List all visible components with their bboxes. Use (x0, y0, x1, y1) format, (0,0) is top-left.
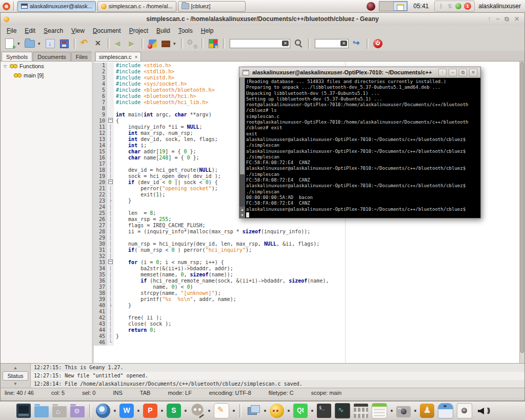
tab-simplescan[interactable]: simplescan.c × (95, 52, 141, 61)
menu-file[interactable]: File (3, 26, 21, 35)
minimize-icon[interactable]: − (496, 16, 499, 22)
browser-tray-icon[interactable] (367, 2, 375, 11)
menu-build[interactable]: Build (152, 26, 174, 35)
bluetooth-icon[interactable]: ᛒ (438, 3, 444, 9)
terminal-line: ./simplescan (246, 172, 479, 177)
distro-menu-icon[interactable] (3, 3, 10, 10)
code-text: int i; (114, 143, 147, 149)
search-input[interactable] (230, 39, 290, 48)
fold-toggle-icon[interactable] (108, 259, 113, 264)
geany-launcher-icon[interactable] (270, 404, 284, 418)
webcam-app-icon[interactable] (457, 403, 472, 418)
menu-view[interactable]: View (67, 26, 89, 35)
chromium-icon[interactable] (96, 404, 110, 418)
new-file-button[interactable] (5, 38, 14, 49)
volume-icon[interactable] (476, 404, 490, 418)
menu-document[interactable]: Document (89, 26, 125, 35)
tree-functions[interactable]: ▽ Functions (1, 62, 92, 71)
window-switcher-icon[interactable] (246, 404, 260, 418)
status-green-icon[interactable] (455, 3, 461, 9)
code-text: flags = IREQ_CACHE_FLUSH; (114, 223, 206, 229)
fold-margin (107, 106, 114, 112)
compile-button[interactable] (149, 39, 157, 48)
menu-tools[interactable]: Tools (174, 26, 197, 35)
build-button[interactable] (161, 41, 170, 47)
sidebar-tab-symbols[interactable]: Symbols (2, 52, 32, 61)
close-document-button[interactable] (93, 38, 104, 49)
gimp-icon[interactable] (190, 404, 205, 418)
fold-toggle-icon[interactable] (108, 179, 113, 184)
wps-writer-icon[interactable] (119, 404, 134, 418)
shade-icon[interactable]: ↑ (488, 16, 491, 22)
calculator-icon[interactable] (354, 404, 368, 418)
workspace-1[interactable] (379, 2, 393, 11)
save-all-button[interactable] (60, 39, 69, 48)
home-folder-icon[interactable] (52, 406, 67, 417)
scroll-up-icon[interactable]: ▲ (239, 207, 245, 212)
terminal-scrollbar[interactable]: ▲ ▼ (239, 78, 245, 218)
expander-icon[interactable]: ▽ (4, 64, 8, 69)
menu-project[interactable]: Project (125, 26, 152, 35)
navigate-forward-button[interactable] (127, 38, 138, 49)
open-file-button[interactable] (25, 40, 35, 48)
term-close-icon[interactable]: ✕ (469, 69, 477, 76)
menu-search[interactable]: Search (39, 26, 67, 35)
camera-icon[interactable] (396, 406, 411, 417)
tab-close-icon[interactable]: × (135, 54, 138, 60)
updates-icon[interactable]: ⇅ (447, 3, 453, 9)
scroll-down-icon[interactable]: ▼ (239, 212, 245, 218)
menu-help[interactable]: Help (197, 26, 218, 35)
wps-presentation-icon[interactable] (143, 404, 157, 418)
close-icon[interactable]: ✕ (514, 16, 519, 22)
workspace-2[interactable] (393, 2, 407, 11)
calendar-icon[interactable] (372, 403, 387, 418)
terminal-launcher-icon[interactable] (317, 404, 331, 418)
qt-creator-icon[interactable] (293, 404, 308, 418)
search-clear-icon[interactable]: ✕ (282, 41, 289, 46)
show-desktop-icon[interactable] (16, 404, 31, 418)
maximize-icon[interactable]: ⧉ (504, 16, 509, 22)
build-menu-caret[interactable]: ▾ (173, 41, 177, 46)
status-message-row: 12:28:14: File /home/alaskalinuxuser/Doc… (31, 380, 524, 388)
color-chooser-button[interactable] (209, 39, 218, 48)
terminal-scrollbar-thumb[interactable] (240, 78, 245, 174)
term-shade-icon[interactable]: ↑ (438, 69, 447, 76)
line-number: 35 (94, 272, 107, 278)
menu-edit[interactable]: Edit (21, 26, 39, 35)
wps-spreadsheets-icon[interactable] (167, 404, 181, 418)
notification-badge[interactable]: 1 (464, 3, 471, 10)
system-folder-icon[interactable] (70, 406, 85, 417)
term-minimize-icon[interactable]: − (449, 69, 457, 76)
task-button-1[interactable]: simplescan.c - /home/al... (97, 1, 176, 12)
save-button[interactable] (46, 39, 55, 48)
fold-toggle-icon[interactable] (108, 118, 113, 123)
navigate-back-button[interactable] (113, 38, 125, 49)
task-button-0[interactable]: alaskalinuxuser@alask... (17, 1, 96, 12)
term-maximize-icon[interactable]: ⧉ (459, 69, 467, 76)
new-file-menu-caret[interactable]: ▾ (17, 41, 22, 46)
sidebar-tab-documents[interactable]: Documents (33, 52, 71, 61)
workspace-switcher[interactable] (379, 1, 408, 11)
task-button-2[interactable]: [cbluez] (178, 1, 246, 12)
chess-icon[interactable] (420, 404, 434, 418)
revert-button[interactable] (79, 38, 91, 49)
goto-line-button[interactable] (352, 38, 363, 49)
open-file-menu-caret[interactable]: ▾ (38, 41, 42, 46)
text-editor-icon[interactable] (214, 403, 229, 418)
geany-titlebar[interactable]: simplescan.c - /home/alaskalinuxuser/Doc… (1, 13, 524, 26)
search-button[interactable] (293, 38, 305, 49)
system-monitor-icon[interactable] (335, 403, 350, 418)
editor-scrollbar[interactable] (519, 62, 524, 364)
tab-scroll-up-icon[interactable]: ▲ (13, 366, 17, 370)
file-manager-icon[interactable] (34, 406, 49, 417)
tree-item-main[interactable]: main [9] (1, 71, 92, 80)
code-text: int max_rsp, num_rsp; (114, 130, 193, 136)
quit-button[interactable] (373, 39, 382, 48)
robot-app-icon[interactable] (438, 403, 453, 418)
terminal-titlebar[interactable]: alaskalinuxuser@alaskalinuxuser-OptiPlex… (239, 67, 480, 78)
tab-status[interactable]: Status (3, 371, 28, 381)
sidebar-tab-files[interactable]: Files (71, 52, 92, 61)
tab-scroll-down-icon[interactable]: ▼ (13, 382, 17, 386)
terminal-body[interactable]: ▲ ▼ (Reading database ... 514833 files a… (239, 78, 480, 218)
goto-clear-icon[interactable]: ✕ (340, 41, 347, 46)
